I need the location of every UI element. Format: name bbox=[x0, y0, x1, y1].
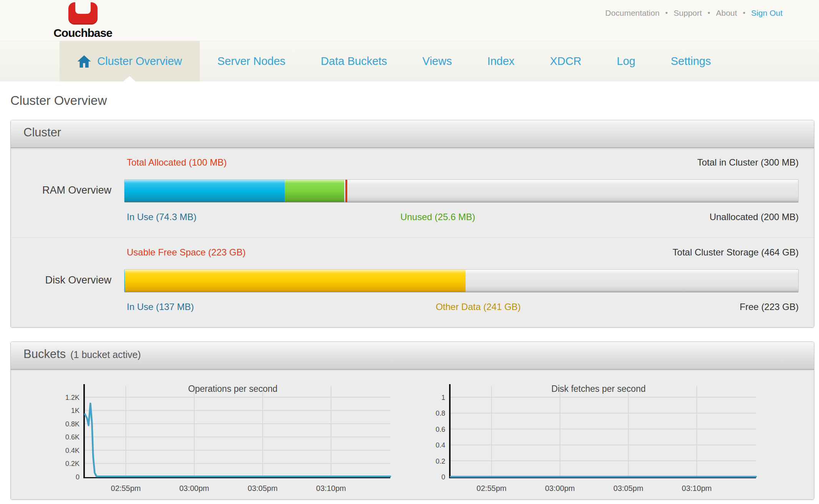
y-tick-label: 0.6K bbox=[65, 433, 80, 441]
disk-in-use-label: In Use (137 MB) bbox=[127, 302, 194, 313]
couchbase-logo-text: Couchbase bbox=[45, 27, 120, 40]
ram-total-allocated-label: Total Allocated (100 MB) bbox=[127, 157, 227, 169]
ram-overview-row: RAM Overview Total Allocated (100 MB) To… bbox=[11, 148, 814, 237]
chart-title: Disk fetches per second bbox=[551, 384, 645, 394]
buckets-panel-title: Buckets bbox=[23, 347, 66, 361]
y-tick-label: 0.8 bbox=[436, 410, 445, 417]
operations-per-second-chart: 1.2K1K0.8K0.6K0.4K0.2K002:55pm03:00pm03:… bbox=[50, 380, 404, 496]
header-link-sign-out[interactable]: Sign Out bbox=[751, 8, 783, 18]
nav-tab-log[interactable]: Log bbox=[599, 41, 653, 81]
separator-dot: • bbox=[708, 9, 710, 17]
cluster-panel-title: Cluster bbox=[23, 126, 61, 139]
x-tick-label: 03:10pm bbox=[316, 484, 346, 492]
nav-tab-server-nodes[interactable]: Server Nodes bbox=[200, 41, 303, 81]
x-tick-label: 03:10pm bbox=[682, 484, 712, 492]
separator-dot: • bbox=[665, 9, 668, 17]
header-link-documentation[interactable]: Documentation bbox=[605, 8, 660, 18]
disk-total-cluster-storage-label: Total Cluster Storage (464 GB) bbox=[673, 247, 799, 259]
main-nav: Cluster OverviewServer NodesData Buckets… bbox=[0, 41, 819, 81]
ram-in-use-label: In Use (74.3 MB) bbox=[127, 212, 196, 223]
disk-overview-row: Disk Overview Usable Free Space (223 GB)… bbox=[11, 237, 814, 327]
y-tick-label: 0.2K bbox=[65, 460, 80, 468]
y-tick-label: 0 bbox=[76, 473, 80, 481]
y-tick-label: 1.2K bbox=[65, 394, 80, 401]
buckets-active-count: (1 bucket active) bbox=[70, 349, 141, 360]
separator-dot: • bbox=[743, 9, 746, 17]
ram-overview-label: RAM Overview bbox=[11, 184, 111, 196]
ram-unallocated-label: Unallocated (200 MB) bbox=[710, 212, 799, 223]
bar-segment-in-use bbox=[124, 180, 285, 202]
y-tick-label: 0.4 bbox=[436, 441, 445, 449]
header-links: Documentation•Support•About•Sign Out bbox=[605, 8, 783, 18]
cluster-panel-header: Cluster bbox=[11, 120, 814, 148]
cluster-panel: Cluster RAM Overview Total Allocated (10… bbox=[10, 120, 814, 328]
y-tick-label: 0 bbox=[441, 473, 445, 481]
y-tick-label: 1 bbox=[441, 394, 445, 401]
x-tick-label: 03:05pm bbox=[613, 484, 643, 492]
main-content: Cluster Overview Cluster RAM Overview To… bbox=[0, 81, 819, 500]
chart-title: Operations per second bbox=[188, 384, 278, 394]
x-tick-label: 03:00pm bbox=[179, 484, 209, 492]
page-title: Cluster Overview bbox=[0, 81, 819, 108]
disk-usage-bar bbox=[124, 269, 799, 292]
cluster-panel-body: RAM Overview Total Allocated (100 MB) To… bbox=[11, 148, 814, 327]
disk-fetches-per-second-chart: 10.80.60.40.2002:55pm03:00pm03:05pm03:10… bbox=[416, 380, 769, 496]
series-line bbox=[85, 403, 390, 476]
ram-total-in-cluster-label: Total in Cluster (300 MB) bbox=[697, 157, 799, 169]
header-link-support[interactable]: Support bbox=[674, 8, 702, 18]
buckets-charts-area: 1.2K1K0.8K0.6K0.4K0.2K002:55pm03:00pm03:… bbox=[11, 370, 814, 499]
ram-unused-label: Unused (25.6 MB) bbox=[400, 212, 475, 222]
nav-tab-label: Data Buckets bbox=[321, 55, 387, 68]
nav-tab-views[interactable]: Views bbox=[405, 41, 470, 81]
nav-tab-label: Cluster Overview bbox=[97, 55, 182, 68]
nav-tab-label: Views bbox=[423, 55, 452, 68]
x-tick-label: 03:00pm bbox=[545, 484, 575, 492]
nav-tab-data-buckets[interactable]: Data Buckets bbox=[303, 41, 405, 81]
disk-other-data-label: Other Data (241 GB) bbox=[436, 302, 521, 312]
nav-tab-settings[interactable]: Settings bbox=[653, 41, 729, 81]
y-tick-label: 0.6 bbox=[436, 426, 445, 433]
nav-tab-cluster-overview[interactable]: Cluster Overview bbox=[60, 41, 200, 81]
bar-segment-unused bbox=[285, 180, 344, 202]
quota-marker bbox=[345, 180, 347, 202]
nav-tab-label: XDCR bbox=[550, 55, 581, 68]
couchbase-logo[interactable]: Couchbase bbox=[45, 2, 120, 40]
disk-overview-label: Disk Overview bbox=[11, 274, 111, 286]
ram-usage-bar bbox=[124, 179, 799, 202]
buckets-panel: Buckets (1 bucket active) 1.2K1K0.8K0.6K… bbox=[10, 342, 814, 500]
y-tick-label: 0.2 bbox=[436, 458, 445, 465]
x-tick-label: 02:55pm bbox=[111, 484, 141, 492]
bar-segment-other-data bbox=[125, 270, 466, 292]
nav-tab-label: Server Nodes bbox=[217, 55, 285, 68]
nav-tab-label: Index bbox=[487, 55, 514, 68]
header-link-about[interactable]: About bbox=[716, 8, 737, 18]
nav-tab-label: Log bbox=[617, 55, 635, 68]
nav-tab-label: Settings bbox=[671, 55, 711, 68]
disk-usable-free-space-label: Usable Free Space (223 GB) bbox=[127, 247, 245, 259]
x-tick-label: 03:05pm bbox=[248, 484, 278, 492]
couchbase-logo-icon bbox=[68, 2, 98, 25]
nav-tab-index[interactable]: Index bbox=[469, 41, 532, 81]
app-header: Couchbase Documentation•Support•About•Si… bbox=[0, 0, 819, 41]
home-icon bbox=[77, 55, 91, 68]
buckets-panel-header: Buckets (1 bucket active) bbox=[11, 342, 814, 370]
y-tick-label: 0.4K bbox=[65, 447, 80, 454]
x-tick-label: 02:55pm bbox=[477, 484, 507, 492]
nav-tab-xdcr[interactable]: XDCR bbox=[532, 41, 599, 81]
y-tick-label: 0.8K bbox=[65, 420, 80, 428]
disk-free-label: Free (223 GB) bbox=[740, 302, 799, 313]
y-tick-label: 1K bbox=[71, 407, 80, 414]
